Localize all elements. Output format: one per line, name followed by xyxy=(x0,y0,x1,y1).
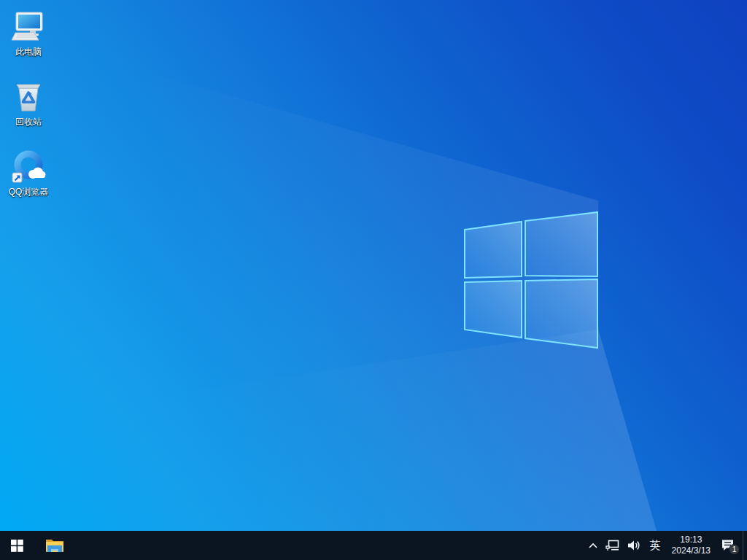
file-explorer-icon xyxy=(45,537,64,554)
desktop-icon-recycle-bin[interactable]: 回收站 xyxy=(1,76,55,140)
qq-browser-shortcut-icon xyxy=(11,149,46,184)
taskbar-clock[interactable]: 19:13 2024/3/13 xyxy=(666,534,716,556)
start-icon xyxy=(11,540,23,552)
system-tray: 英 19:13 2024/3/13 1 xyxy=(584,531,747,560)
clock-time: 19:13 xyxy=(680,534,702,545)
desktop-wallpaper xyxy=(0,0,747,531)
volume-icon xyxy=(627,540,641,551)
desktop-icon-label: 回收站 xyxy=(15,117,42,127)
recycle-bin-icon xyxy=(11,79,46,114)
input-language-indicator[interactable]: 英 xyxy=(645,531,666,560)
notification-count-badge: 1 xyxy=(729,544,740,555)
clock-date: 2024/3/13 xyxy=(672,545,711,556)
file-explorer-button[interactable] xyxy=(38,531,71,560)
this-pc-icon xyxy=(11,9,46,44)
shortcut-arrow-icon xyxy=(12,173,22,182)
windows-logo xyxy=(462,211,599,350)
desktop-icon-qq-browser[interactable]: QQ浏览器 xyxy=(1,146,55,210)
chevron-up-icon xyxy=(588,542,598,549)
start-button[interactable] xyxy=(0,531,34,560)
network-tray-button[interactable] xyxy=(602,531,624,560)
desktop-icon-this-pc[interactable]: 此电脑 xyxy=(1,6,55,70)
show-desktop-button[interactable] xyxy=(743,531,747,560)
action-center-button[interactable]: 1 xyxy=(716,531,743,560)
desktop-icon-label: QQ浏览器 xyxy=(9,187,49,197)
network-ethernet-icon xyxy=(605,539,620,552)
desktop-icon-column: 此电脑 回收站 xyxy=(1,6,55,216)
volume-tray-button[interactable] xyxy=(624,531,645,560)
taskbar: 英 19:13 2024/3/13 1 xyxy=(0,531,747,560)
show-hidden-icons-button[interactable] xyxy=(584,531,602,560)
desktop-icon-label: 此电脑 xyxy=(15,47,42,57)
